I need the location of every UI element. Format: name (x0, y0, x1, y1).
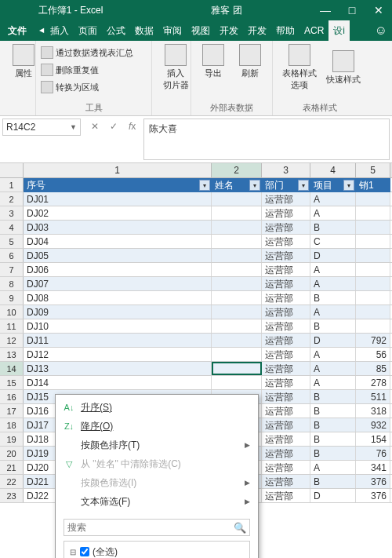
search-icon[interactable]: 🔍 (234, 522, 246, 534)
formula-input[interactable]: 陈大喜 (143, 119, 390, 160)
tab-page[interactable]: 页面 (74, 20, 102, 41)
row-header[interactable]: 13 (0, 348, 24, 361)
sort-by-color-item[interactable]: 按颜色排序(T)▶ (56, 436, 258, 454)
cell-proj[interactable]: A (310, 348, 356, 361)
cell-dept[interactable]: 运营部 (262, 305, 310, 319)
row-header[interactable]: 22 (0, 475, 24, 488)
filter-search-box[interactable]: 🔍 (64, 519, 250, 536)
sort-desc-item[interactable]: Z↓降序(O) (56, 417, 258, 436)
cell-serial[interactable]: DJ07 (24, 277, 212, 290)
cell-name[interactable] (212, 305, 262, 319)
cell-dept[interactable]: 运营部 (262, 334, 310, 347)
row-header[interactable]: 4 (0, 221, 24, 234)
row-header[interactable]: 16 (0, 390, 24, 403)
cell-dept[interactable]: 运营部 (262, 362, 310, 375)
row-header[interactable]: 8 (0, 277, 24, 290)
row-header[interactable]: 14 (0, 362, 24, 375)
cell-dept[interactable]: 运营部 (262, 235, 310, 248)
cell-proj[interactable]: B (310, 475, 356, 488)
cell-serial[interactable]: DJ12 (24, 348, 212, 361)
cell-dept[interactable]: 运营部 (262, 475, 310, 488)
cell-name[interactable] (212, 348, 262, 361)
row-header[interactable]: 10 (0, 305, 24, 319)
cell-name[interactable] (212, 263, 262, 276)
cell-sale[interactable] (356, 235, 390, 248)
tab-review[interactable]: 审阅 (158, 20, 187, 41)
cell-proj[interactable]: C (310, 235, 356, 248)
convert-range-button[interactable]: 转换为区域 (41, 78, 147, 96)
cell-proj[interactable]: B (310, 418, 356, 432)
cell-serial[interactable]: DJ03 (24, 221, 212, 234)
filter-btn-dept[interactable]: ▾ (298, 180, 309, 191)
row-header[interactable]: 17 (0, 404, 24, 418)
cell-proj[interactable]: A (310, 376, 356, 389)
cell-dept[interactable]: 运营部 (262, 263, 310, 276)
cancel-formula-icon[interactable]: ✕ (91, 121, 99, 132)
cell-dept[interactable]: 运营部 (262, 489, 310, 502)
rowh-1[interactable]: 1 (0, 178, 24, 191)
cell-proj[interactable]: A (310, 263, 356, 276)
cell-name[interactable] (212, 319, 262, 333)
quick-style-button[interactable]: 快速样式 (325, 44, 362, 91)
cell-proj[interactable]: B (310, 390, 356, 403)
cell-dept[interactable]: 运营部 (262, 348, 310, 361)
cell-name[interactable] (212, 206, 262, 220)
tabs-scroll-left-icon[interactable]: ◀ (34, 20, 45, 41)
cell-sale[interactable]: 511 (356, 390, 390, 403)
fx-icon[interactable]: fx (129, 121, 136, 132)
cell-sale[interactable]: 318 (356, 404, 390, 418)
cell-name[interactable] (212, 235, 262, 248)
row-header[interactable]: 3 (0, 206, 24, 220)
text-filter-item[interactable]: 文本筛选(F)▶ (56, 492, 258, 511)
cell-dept[interactable]: 运营部 (262, 432, 310, 446)
row-header[interactable]: 11 (0, 319, 24, 333)
cell-serial[interactable]: DJ09 (24, 305, 212, 319)
cell-name[interactable] (212, 362, 262, 375)
tab-insert[interactable]: 插入 (45, 20, 74, 41)
cell-serial[interactable]: DJ04 (24, 235, 212, 248)
refresh-button[interactable]: 刷新 (234, 44, 268, 79)
cell-serial[interactable]: DJ13 (24, 362, 212, 375)
cell-sale[interactable] (356, 291, 390, 305)
tab-file[interactable]: 文件 (0, 20, 34, 41)
cell-dept[interactable]: 运营部 (262, 249, 310, 262)
cell-proj[interactable]: D (310, 334, 356, 347)
tab-dev1[interactable]: 开发 (215, 20, 243, 41)
cell-dept[interactable]: 运营部 (262, 206, 310, 220)
cell-sale[interactable] (356, 305, 390, 319)
row-header[interactable]: 2 (0, 192, 24, 206)
cell-sale[interactable]: 792 (356, 334, 390, 347)
colh-4[interactable]: 4 (310, 163, 356, 177)
cell-proj[interactable]: D (310, 489, 356, 502)
tab-view[interactable]: 视图 (187, 20, 215, 41)
cell-proj[interactable]: A (310, 206, 356, 220)
cell-proj[interactable]: A (310, 362, 356, 375)
style-options-button[interactable]: 表格样式 选项 (278, 44, 321, 91)
cell-dept[interactable]: 运营部 (262, 291, 310, 305)
feedback-smiley-icon[interactable]: ☺ (370, 20, 392, 41)
cell-sale[interactable] (356, 277, 390, 290)
cell-proj[interactable]: B (310, 319, 356, 333)
row-header[interactable]: 6 (0, 249, 24, 262)
tab-design[interactable]: 设i (328, 20, 350, 41)
cell-proj[interactable]: B (310, 432, 356, 446)
cell-sale[interactable]: 76 (356, 447, 390, 460)
row-header[interactable]: 5 (0, 235, 24, 248)
cell-serial[interactable]: DJ06 (24, 263, 212, 276)
select-all-corner[interactable] (0, 163, 24, 177)
row-header[interactable]: 21 (0, 461, 24, 474)
cell-sale[interactable] (356, 192, 390, 206)
cell-proj[interactable]: A (310, 192, 356, 206)
cell-sale[interactable]: 56 (356, 348, 390, 361)
export-button[interactable]: 导出 (196, 44, 230, 79)
cell-dept[interactable]: 运营部 (262, 390, 310, 403)
cell-name[interactable] (212, 334, 262, 347)
cell-serial[interactable]: DJ05 (24, 249, 212, 262)
cell-name[interactable] (212, 249, 262, 262)
cell-serial[interactable]: DJ14 (24, 376, 212, 389)
cell-sale[interactable]: 341 (356, 461, 390, 474)
cell-serial[interactable]: DJ02 (24, 206, 212, 220)
tree-collapse-icon[interactable]: ⊟ (69, 548, 77, 556)
tab-dev2[interactable]: 开发 (243, 20, 271, 41)
sort-asc-item[interactable]: A↓升序(S) (56, 398, 258, 417)
